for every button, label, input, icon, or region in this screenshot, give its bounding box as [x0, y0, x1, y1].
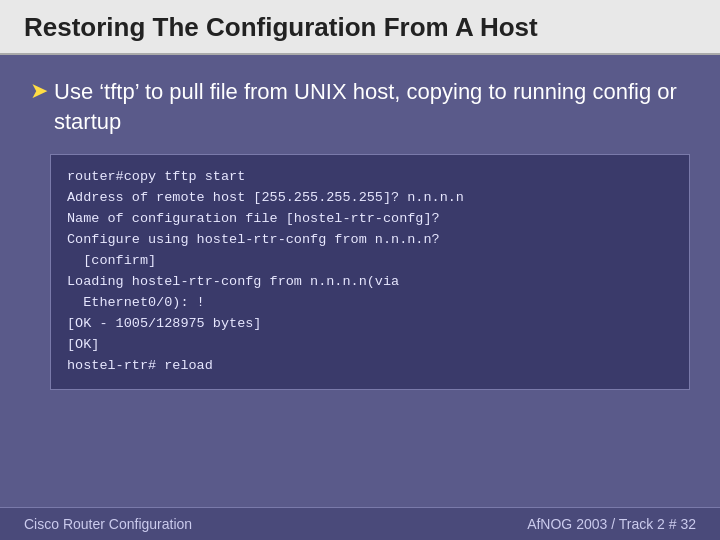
slide-title: Restoring The Configuration From A Host: [24, 12, 696, 43]
bullet-arrow-icon: ➤: [30, 78, 48, 104]
footer-left-text: Cisco Router Configuration: [24, 516, 192, 532]
title-bar: Restoring The Configuration From A Host: [0, 0, 720, 55]
bullet-item: ➤ Use ‘tftp’ to pull file from UNIX host…: [30, 77, 690, 136]
bullet-text: Use ‘tftp’ to pull file from UNIX host, …: [54, 77, 690, 136]
footer: Cisco Router Configuration AfNOG 2003 / …: [0, 507, 720, 540]
slide-content: ➤ Use ‘tftp’ to pull file from UNIX host…: [0, 55, 720, 507]
footer-right-text: AfNOG 2003 / Track 2 # 32: [527, 516, 696, 532]
code-block: router#copy tftp start Address of remote…: [50, 154, 690, 389]
slide: Restoring The Configuration From A Host …: [0, 0, 720, 540]
